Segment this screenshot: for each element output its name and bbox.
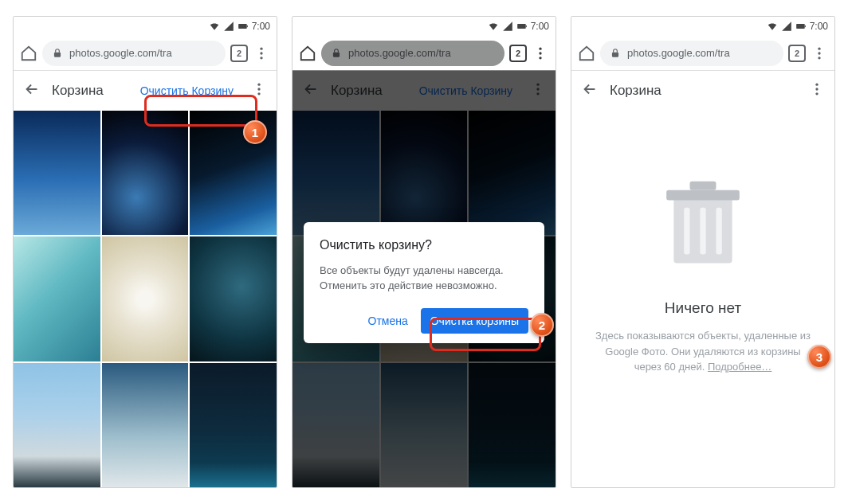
back-icon[interactable]: [23, 80, 41, 101]
svg-rect-1: [246, 25, 247, 27]
svg-point-5: [260, 57, 262, 59]
photo-thumbnail[interactable]: [102, 236, 189, 361]
page-title: Корзина: [52, 83, 104, 99]
svg-rect-30: [684, 208, 689, 255]
photo-thumbnail[interactable]: [102, 111, 189, 235]
lock-icon: [610, 48, 621, 59]
url-field[interactable]: photos.google.com/tra: [321, 41, 504, 66]
tab-switcher[interactable]: 2: [230, 45, 248, 62]
tab-switcher[interactable]: 2: [509, 45, 527, 62]
status-bar: 7:00: [292, 17, 556, 36]
url-text: photos.google.com/tra: [69, 47, 172, 59]
empty-body: Здесь показываются объекты, удаленные из…: [591, 328, 815, 375]
phone-screen-2: 7:00 photos.google.com/tra 2 Корзина Очи…: [292, 16, 556, 488]
dialog-actions: Отмена Очистка корзины: [320, 308, 528, 334]
url-text: photos.google.com/tra: [627, 47, 730, 59]
svg-point-3: [260, 47, 262, 49]
overflow-menu-icon[interactable]: [251, 81, 267, 100]
clock: 7:00: [810, 21, 828, 32]
browser-menu-icon[interactable]: [253, 45, 270, 62]
cancel-button[interactable]: Отмена: [360, 308, 416, 334]
browser-menu-icon[interactable]: [811, 45, 828, 62]
photo-thumbnail[interactable]: [14, 363, 100, 487]
svg-rect-18: [796, 24, 805, 29]
annotation-badge: 1: [243, 120, 267, 144]
signal-icon: [781, 21, 792, 32]
svg-rect-20: [612, 52, 618, 57]
svg-point-22: [818, 52, 820, 54]
svg-point-13: [539, 52, 541, 54]
url-field[interactable]: photos.google.com/tra: [42, 41, 226, 66]
signal-icon: [502, 21, 513, 32]
svg-rect-9: [517, 24, 526, 29]
app-bar: Корзина: [571, 71, 834, 111]
trash-icon: [659, 175, 747, 271]
wifi-icon: [209, 21, 220, 32]
home-icon[interactable]: [20, 45, 37, 62]
phone-screen-1: 7:00 photos.google.com/tra 2 Корзина Очи…: [13, 16, 277, 488]
svg-rect-2: [54, 52, 61, 57]
empty-state: Ничего нет Здесь показываются объекты, у…: [571, 111, 834, 487]
empty-title: Ничего нет: [665, 299, 741, 317]
battery-icon: [516, 21, 528, 32]
browser-url-bar: photos.google.com/tra 2: [571, 36, 834, 71]
dialog-body: Все объекты будут удалены навсегда. Отме…: [320, 264, 528, 294]
status-bar: 7:00: [571, 17, 834, 36]
annotation-badge: 3: [807, 345, 831, 369]
svg-rect-29: [690, 182, 716, 190]
lock-icon: [52, 48, 63, 59]
dialog-title: Очистить корзину?: [320, 238, 528, 252]
home-icon[interactable]: [299, 45, 316, 62]
svg-rect-0: [238, 24, 247, 29]
svg-point-4: [260, 52, 262, 54]
status-bar: 7:00: [14, 17, 277, 36]
app-bar: Корзина Очистить Корзину: [14, 71, 277, 111]
svg-point-24: [815, 84, 818, 86]
svg-rect-28: [666, 190, 740, 201]
url-field[interactable]: photos.google.com/tra: [600, 41, 783, 66]
wifi-icon: [767, 21, 778, 32]
svg-point-14: [539, 57, 541, 59]
photo-thumbnail[interactable]: [14, 236, 100, 361]
svg-point-12: [539, 47, 541, 49]
tab-switcher[interactable]: 2: [788, 45, 806, 62]
wifi-icon: [488, 21, 499, 32]
svg-point-23: [818, 57, 820, 59]
confirm-dialog: Очистить корзину? Все объекты будут удал…: [304, 222, 544, 343]
photo-grid: [14, 111, 277, 487]
svg-point-26: [815, 92, 818, 95]
photo-thumbnail[interactable]: [190, 363, 277, 487]
signal-icon: [223, 21, 234, 32]
photo-thumbnail[interactable]: [102, 363, 189, 487]
battery-icon: [238, 21, 249, 32]
svg-point-25: [815, 88, 818, 90]
svg-rect-31: [700, 208, 705, 255]
confirm-button[interactable]: Очистка корзины: [421, 308, 528, 334]
svg-point-8: [257, 92, 260, 95]
back-icon[interactable]: [581, 80, 599, 101]
browser-menu-icon[interactable]: [532, 45, 549, 62]
svg-point-21: [818, 47, 820, 49]
overflow-menu-icon[interactable]: [809, 81, 825, 100]
phone-screen-3: 7:00 photos.google.com/tra 2 Корзина Нич…: [571, 16, 835, 488]
annotation-badge: 2: [530, 313, 554, 337]
svg-point-7: [257, 88, 260, 90]
browser-url-bar: photos.google.com/tra 2: [292, 36, 556, 71]
home-icon[interactable]: [578, 45, 595, 62]
page-title: Корзина: [610, 83, 662, 99]
battery-icon: [795, 21, 807, 32]
url-text: photos.google.com/tra: [348, 47, 451, 59]
svg-rect-19: [804, 25, 805, 27]
empty-trash-button[interactable]: Очистить Корзину: [134, 80, 240, 102]
svg-rect-32: [716, 208, 722, 255]
learn-more-link[interactable]: Подробнее…: [708, 361, 771, 373]
svg-point-6: [257, 84, 260, 86]
clock: 7:00: [252, 21, 270, 32]
svg-rect-10: [525, 25, 526, 27]
photo-thumbnail[interactable]: [190, 236, 277, 361]
browser-url-bar: photos.google.com/tra 2: [14, 36, 277, 71]
lock-icon: [331, 48, 342, 59]
clock: 7:00: [531, 21, 549, 32]
svg-rect-11: [333, 52, 340, 57]
photo-thumbnail[interactable]: [14, 111, 100, 235]
